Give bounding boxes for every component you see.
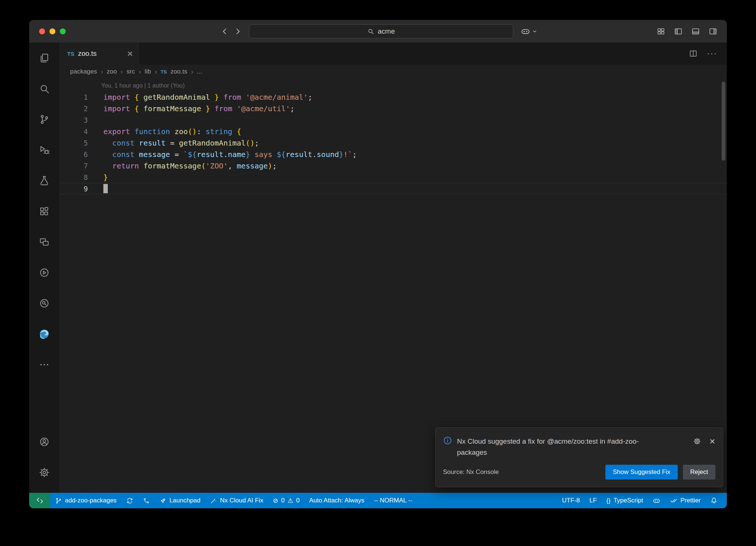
copilot-status[interactable] — [648, 493, 665, 508]
activity-bar-testing[interactable] — [29, 165, 59, 196]
reject-button[interactable]: Reject — [683, 465, 715, 480]
vim-mode-status[interactable]: -- NORMAL -- — [369, 493, 417, 508]
customize-layout-button[interactable] — [657, 27, 665, 35]
toggle-primary-sidebar-button[interactable] — [674, 27, 683, 35]
code-line[interactable]: 2import { formatMessage } from '@acme/ut… — [60, 103, 727, 114]
line-number: 4 — [60, 127, 88, 136]
code-text: const message = `${result.name} says ${r… — [88, 150, 357, 159]
account-icon — [39, 436, 50, 447]
code-line[interactable]: 4export function zoo(): string { — [60, 126, 727, 137]
chevron-right-icon: › — [191, 68, 193, 76]
code-text: export function zoo(): string { — [88, 127, 241, 136]
chevron-right-icon: › — [101, 68, 103, 76]
split-editor-button[interactable] — [689, 50, 697, 58]
rocket-icon — [159, 497, 166, 504]
code-line[interactable]: 7 return formatMessage('ZOO', message); — [60, 160, 727, 171]
run-debug-icon — [39, 144, 50, 156]
tab-label: zoo.ts — [78, 50, 97, 58]
auto-attach-status[interactable]: Auto Attach: Always — [305, 493, 369, 508]
code-text: } — [88, 173, 108, 182]
breadcrumb-item-file[interactable]: zoo.ts — [171, 68, 187, 75]
toggle-panel-button[interactable] — [691, 27, 700, 35]
minimize-window-button[interactable] — [49, 28, 55, 34]
code-line[interactable]: 5 const result = getRandomAnimal(); — [60, 137, 727, 149]
activity-bar-remote-explorer[interactable] — [29, 226, 59, 257]
nx-cloud-ai-fix-label: Nx Cloud AI Fix — [220, 497, 263, 504]
eol-status[interactable]: LF — [585, 493, 602, 508]
activity-bar-source-control[interactable] — [29, 104, 59, 134]
navigate-back-button[interactable] — [219, 25, 231, 38]
bell-icon — [710, 497, 718, 504]
breadcrumb-item-zoo[interactable]: zoo — [107, 68, 117, 75]
code-text — [88, 184, 108, 193]
notification-header: Nx Cloud suggested a fix for @acme/zoo:t… — [443, 436, 715, 458]
notification-buttons: Show Suggested Fix Reject — [605, 465, 715, 480]
search-icon — [39, 83, 50, 94]
line-number: 5 — [60, 139, 88, 147]
breadcrumb-item-src[interactable]: src — [127, 68, 135, 75]
notifications-bell-button[interactable] — [705, 493, 722, 508]
activity-bar-run-debug[interactable] — [29, 134, 59, 165]
encoding-label: UTF-8 — [562, 497, 580, 504]
git-sync-button[interactable] — [121, 493, 138, 508]
line-number: 6 — [60, 150, 88, 158]
git-graph-button[interactable] — [138, 493, 155, 508]
source-control-icon — [39, 114, 50, 125]
prettier-status[interactable]: Prettier — [665, 493, 705, 508]
show-suggested-fix-button[interactable]: Show Suggested Fix — [605, 465, 678, 480]
notification-settings-button[interactable] — [693, 437, 701, 445]
encoding-status[interactable]: UTF-8 — [557, 493, 585, 508]
breadcrumb-item-lib[interactable]: lib — [145, 68, 151, 75]
forward-arrow-icon — [234, 27, 242, 35]
editor-group: TS zoo.ts ✕ ··· packages › zoo › src › — [60, 42, 727, 493]
code-line[interactable]: 3 — [60, 114, 727, 126]
activity-bar-account[interactable] — [29, 426, 59, 457]
tab-bar: TS zoo.ts ✕ ··· — [60, 42, 727, 65]
info-icon — [443, 436, 452, 445]
nx-cloud-ai-fix-status[interactable]: Nx Cloud AI Fix — [205, 493, 268, 508]
activity-bar-extensions[interactable] — [29, 196, 59, 226]
close-window-button[interactable] — [39, 28, 45, 34]
line-number: 3 — [60, 116, 88, 124]
activity-bar-explorer[interactable] — [29, 42, 59, 73]
vscode-window: acme — [29, 20, 727, 508]
beaker-icon — [39, 175, 50, 186]
command-center-search[interactable]: acme — [249, 24, 513, 38]
activity-bar-edge-tools[interactable] — [29, 318, 59, 349]
toggle-secondary-sidebar-button[interactable] — [709, 27, 717, 35]
more-actions-button[interactable]: ··· — [707, 49, 717, 58]
launchpad-status[interactable]: Launchpad — [155, 493, 205, 508]
tab-zoo-ts[interactable]: TS zoo.ts ✕ — [60, 42, 139, 65]
error-icon: ⊘ — [273, 498, 278, 504]
breadcrumb-item-packages[interactable]: packages — [70, 68, 97, 75]
activity-bar-more[interactable] — [29, 349, 59, 380]
status-bar-right: UTF-8 LF {} TypeScript Prettier — [557, 493, 727, 508]
copilot-menu-button[interactable] — [521, 27, 537, 36]
problems-status[interactable]: ⊘ 0 ⚠ 0 — [268, 493, 304, 508]
copilot-icon — [521, 27, 530, 36]
notification-close-button[interactable]: ✕ — [709, 438, 715, 445]
code-line[interactable]: 6 const message = `${result.name} says $… — [60, 149, 727, 160]
zoom-window-button[interactable] — [60, 28, 66, 34]
code-line[interactable]: 9 — [60, 183, 727, 194]
status-bar-left: add-zoo-packages Launchpad Nx Cloud AI F… — [29, 493, 417, 508]
tab-close-button[interactable]: ✕ — [127, 50, 133, 58]
activity-bar-settings[interactable] — [29, 457, 59, 488]
git-branch-status[interactable]: add-zoo-packages — [50, 493, 121, 508]
activity-bar-search[interactable] — [29, 73, 59, 104]
auto-attach-label: Auto Attach: Always — [309, 497, 364, 504]
remote-indicator-button[interactable] — [29, 493, 50, 508]
activity-bar-run-tools[interactable] — [29, 257, 59, 288]
breadcrumb-more[interactable]: ... — [197, 68, 202, 75]
activity-bar-search-tools[interactable] — [29, 288, 59, 318]
double-check-icon — [670, 497, 677, 504]
search-icon — [367, 28, 374, 35]
gear-icon — [39, 467, 50, 478]
navigate-forward-button[interactable] — [231, 25, 244, 38]
editor-scrollbar-thumb[interactable] — [722, 82, 725, 161]
command-center: acme — [219, 24, 537, 38]
chevron-down-icon — [532, 29, 537, 34]
code-line[interactable]: 1import { getRandomAnimal } from '@acme/… — [60, 91, 727, 103]
language-mode-status[interactable]: {} TypeScript — [602, 493, 648, 508]
code-line[interactable]: 8} — [60, 171, 727, 183]
